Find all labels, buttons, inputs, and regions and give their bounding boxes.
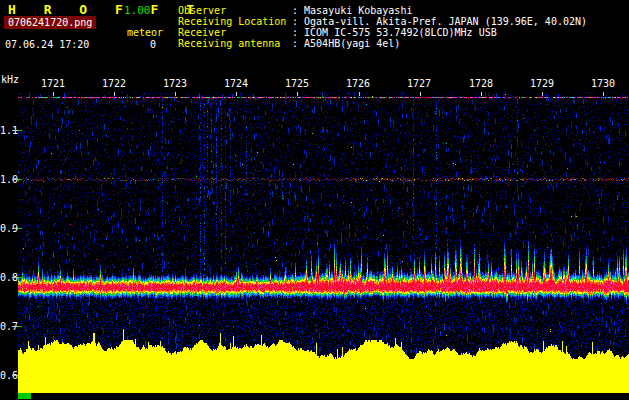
info-separator: : [292, 5, 304, 16]
info-value: A504HB(yagi 4el) [304, 38, 400, 49]
x-tick-label: 1727 [407, 78, 431, 89]
info-label: Observer [178, 5, 292, 16]
info-row-location: Receiving Location: Ogata-vill. Akita-Pr… [178, 16, 587, 27]
station-info: Observer: Masayuki Kobayashi Receiving L… [178, 5, 587, 49]
info-label: Receiver [178, 27, 292, 38]
meteor-counter-label: meteor [127, 27, 163, 38]
info-value: Ogata-vill. Akita-Pref. JAPAN (139.96E, … [304, 16, 587, 27]
hrofft-window: H R O F F T 1.00 0706241720.png meteor 0… [0, 0, 629, 400]
info-row-observer: Observer: Masayuki Kobayashi [178, 5, 587, 16]
info-value: Masayuki Kobayashi [304, 5, 412, 16]
x-tick-label: 1721 [41, 78, 65, 89]
output-filename: 0706241720.png [4, 16, 96, 29]
info-separator: : [292, 16, 304, 27]
app-title: H R O F F T [8, 2, 204, 17]
x-tick-label: 1726 [346, 78, 370, 89]
info-row-receiver: Receiver: ICOM IC-575 53.7492(8LCD)MHz U… [178, 27, 587, 38]
info-label: Receiving Location [178, 16, 292, 27]
meteor-counter-value: 0 [150, 39, 156, 50]
x-tick-label: 1723 [163, 78, 187, 89]
info-separator: : [292, 38, 304, 49]
observation-datetime: 07.06.24 17:20 [5, 39, 89, 50]
x-tick-label: 1722 [102, 78, 126, 89]
info-row-antenna: Receiving antenna: A504HB(yagi 4el) [178, 38, 587, 49]
app-version: 1.00 [124, 4, 151, 17]
info-label: Receiving antenna [178, 38, 292, 49]
x-tick-label: 1724 [224, 78, 248, 89]
x-tick-label: 1728 [469, 78, 493, 89]
x-tick-label: 1730 [591, 78, 615, 89]
header: H R O F F T 1.00 0706241720.png meteor 0… [0, 0, 629, 75]
spectrogram-panel: kHz 1721 1722 1723 1724 1725 1726 1727 1… [0, 75, 629, 400]
info-separator: : [292, 27, 304, 38]
spectrogram-canvas [18, 92, 629, 400]
x-tick-label: 1725 [285, 78, 309, 89]
info-value: ICOM IC-575 53.7492(8LCD)MHz USB [304, 27, 497, 38]
y-axis-unit-label: kHz [1, 74, 19, 85]
x-tick-label: 1729 [530, 78, 554, 89]
